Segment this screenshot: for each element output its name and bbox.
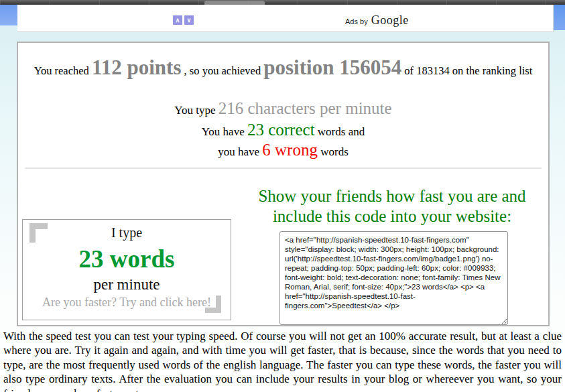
results-panel: You reached 112 points , so you achieved… (17, 42, 550, 326)
wrong-suffix: words (320, 145, 349, 158)
share-heading: Show your friends how fast you are and i… (251, 186, 533, 226)
ad-vote-up-button[interactable]: ∧ (173, 15, 182, 25)
badge-i-type-label: I type (23, 225, 231, 241)
ad-vote-down-button[interactable]: ∨ (184, 15, 194, 25)
share-heading-line2: include this code into your website: (273, 207, 511, 225)
badge-challenge-link[interactable]: Are you faster? Try and click here! (23, 296, 231, 310)
correct-prefix: You have (202, 125, 245, 138)
share-heading-line1: Show your friends how fast you are and (258, 187, 525, 205)
position-value: position 156054 (263, 56, 401, 79)
embed-code-textarea[interactable]: <a href="http://spanish-speedtest.10-fas… (279, 231, 508, 325)
wrong-value: 6 wrong (262, 141, 318, 159)
correct-words-line: You have 23 correct words and (18, 121, 548, 141)
share-section: I type 23 words per minute Are you faste… (18, 169, 548, 332)
cpm-prefix: You type (174, 104, 215, 117)
badge-corner-mark-icon (205, 296, 221, 313)
cpm-value: 216 characters per minute (218, 99, 392, 117)
correct-suffix: words and (318, 125, 365, 138)
explanation-paragraph: With the speed test you can test your ty… (3, 329, 562, 392)
ad-vote-buttons: ∧ ∨ (173, 15, 194, 25)
badge-words-value: 23 words (23, 246, 231, 273)
achieved-middle: , so you achieved (184, 64, 261, 77)
google-logo: Google (371, 13, 409, 27)
points-position-line: You reached 112 points , so you achieved… (18, 54, 548, 85)
browser-tab-bar-remnant (0, 0, 565, 5)
ad-banner-left-fill (0, 5, 17, 25)
ranking-suffix: of 183134 on the ranking list (404, 64, 532, 77)
badge-per-minute-label: per minute (23, 276, 231, 293)
cpm-line: You type 216 characters per minute (18, 99, 548, 121)
reached-prefix: You reached (34, 64, 89, 77)
badge-corner-mark-icon (29, 223, 48, 243)
speed-badge-preview[interactable]: I type 23 words per minute Are you faste… (22, 219, 231, 320)
ad-banner-right-fill (553, 5, 565, 30)
wrong-prefix: you have (218, 145, 259, 158)
wrong-words-line: you have 6 wrong words (18, 141, 548, 161)
points-value: 112 points (92, 56, 182, 79)
ad-banner: ∧ ∨ Ads by Google (17, 5, 554, 32)
ads-by-google-link[interactable]: Ads by Google (345, 13, 409, 27)
ads-by-label: Ads by (345, 17, 368, 25)
correct-value: 23 correct (247, 121, 315, 139)
